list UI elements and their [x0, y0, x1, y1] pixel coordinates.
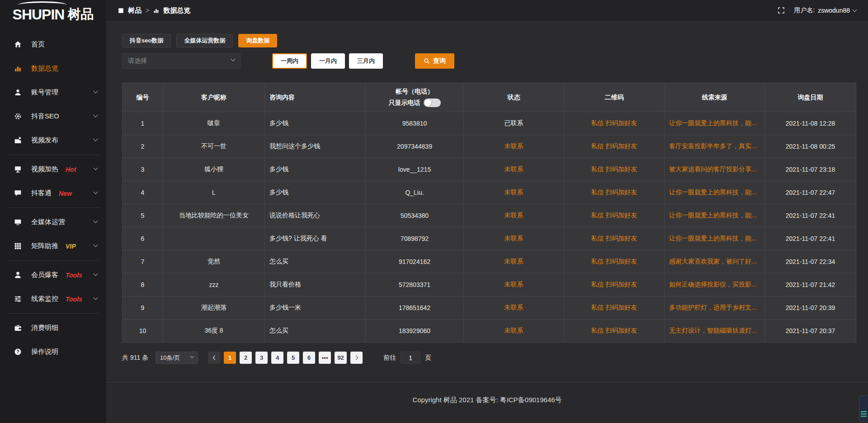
filter-select[interactable]: 请选择	[122, 53, 241, 69]
phone-only-toggle[interactable]	[424, 99, 441, 107]
breadcrumb-root[interactable]: 树品	[128, 6, 142, 15]
cell-nickname: zzz	[163, 273, 265, 296]
chevron-down-icon	[94, 190, 98, 194]
goto-page-input[interactable]	[401, 352, 420, 364]
chat-icon	[14, 189, 22, 197]
cell-source-link[interactable]: 客厅安装投影半年多了，真实...	[665, 135, 765, 158]
cell-nickname: 觉然	[163, 250, 265, 273]
chevron-down-icon	[94, 89, 98, 94]
sidebar-menu-item[interactable]: 视频发布	[0, 128, 106, 152]
cell-source-link[interactable]: 让你一眼就爱上的黑科技，能...	[665, 181, 765, 204]
cell-source-link[interactable]: 感谢大家喜欢我家，被问了好...	[665, 250, 765, 273]
cell-source-link[interactable]: 让你一眼就爱上的黑科技，能...	[665, 227, 765, 250]
range-button[interactable]: 三月内	[349, 53, 383, 69]
cell-source-link[interactable]: 多功能护栏灯，适用于乡村文...	[665, 296, 765, 320]
sidebar-item-label: 全媒体运营	[31, 218, 65, 226]
table-row: 9 潮起潮落 多少钱一米 178651642 未联系 私信 扫码加好友 多功能护…	[123, 296, 856, 320]
cell-status: 未联系	[464, 181, 564, 204]
floating-widget[interactable]	[859, 395, 868, 422]
page-size-select[interactable]: 10条/页	[156, 352, 198, 364]
cell-qrcode-link[interactable]: 私信 扫码加好友	[564, 273, 665, 296]
page-button[interactable]: 2	[240, 352, 252, 364]
sidebar-item-label: 首页	[31, 40, 45, 49]
cell-id: 8	[123, 273, 163, 296]
chevron-down-icon	[94, 137, 98, 141]
next-page-button[interactable]	[350, 352, 363, 364]
sidebar-item-label: 会员爆客	[31, 271, 58, 279]
data-tab[interactable]: 抖音seo数据	[122, 34, 171, 47]
cell-status: 未联系	[464, 204, 564, 227]
sidebar-item-label: 消费明细	[31, 324, 58, 332]
user-dropdown[interactable]: 用户名: zswodun88	[794, 6, 856, 14]
inquiry-table: 编号 客户昵称 咨询内容 帐号（电话） 只显示电话 状态 二维码 线索来源	[122, 83, 856, 343]
sidebar-menu-item[interactable]: 线索监控 Tools	[0, 287, 106, 311]
cell-id: 10	[123, 320, 163, 343]
cell-source-link[interactable]: 被大家追着问的客厅投影分享...	[665, 158, 765, 181]
sidebar-menu-item[interactable]: ? 操作说明	[0, 340, 106, 364]
page-button[interactable]: 92	[335, 352, 347, 364]
sidebar-menu-item[interactable]: 数据总览	[0, 56, 106, 80]
cell-qrcode-link[interactable]: 私信 扫码加好友	[564, 204, 665, 227]
cell-nickname: 潮起潮落	[163, 296, 265, 320]
sidebar-menu-item[interactable]: 视频加热 Hot	[0, 157, 106, 181]
page-button[interactable]: 3	[255, 352, 268, 364]
cell-id: 6	[123, 227, 163, 250]
cell-content: 多少钱? 让我死心 看	[265, 227, 366, 250]
cell-qrcode-link[interactable]: 私信 扫码加好友	[564, 112, 665, 135]
goto-page: 前往 页	[383, 352, 431, 364]
column-header-qrcode: 二维码	[564, 83, 665, 112]
page-buttons: 1 2 3 4 5 6 ••• 92	[222, 352, 349, 364]
chevron-down-icon	[190, 354, 194, 357]
filter-bar: 请选择 一周内 一月内 三月内 查询	[122, 53, 856, 69]
sidebar-menu-item[interactable]: 账号管理	[0, 80, 106, 104]
prev-page-button[interactable]	[208, 352, 220, 364]
cell-qrcode-link[interactable]: 私信 扫码加好友	[564, 296, 665, 320]
sidebar-menu-item[interactable]: 抖客通 New	[0, 181, 106, 205]
page-button[interactable]: 4	[271, 352, 283, 364]
cell-qrcode-link[interactable]: 私信 扫码加好友	[564, 320, 665, 343]
cell-source-link[interactable]: 让你一眼就爱上的黑科技，能...	[665, 112, 765, 135]
bar-chart-icon	[153, 8, 159, 14]
chevron-down-icon	[94, 243, 98, 247]
cell-qrcode-link[interactable]: 私信 扫码加好友	[564, 181, 665, 204]
bar-chart-icon	[14, 65, 22, 73]
range-button[interactable]: 一周内	[272, 53, 307, 69]
cell-account: 183929060	[366, 320, 464, 343]
screen-icon	[14, 165, 22, 174]
logo[interactable]: SHUPIN 树品	[0, 0, 106, 29]
cell-source-link[interactable]: 无主灯设计，智能磁吸轨道灯...	[665, 320, 765, 343]
person-icon	[14, 271, 22, 279]
chevron-down-icon	[94, 296, 98, 300]
cell-nickname: 不可一世	[163, 135, 265, 158]
chevron-down-icon	[94, 219, 98, 223]
data-tab[interactable]: 询盘数据	[238, 34, 277, 47]
cell-qrcode-link[interactable]: 私信 扫码加好友	[564, 227, 665, 250]
sidebar-menu-item[interactable]: 全媒体运营	[0, 210, 106, 234]
page-button[interactable]: •••	[319, 352, 331, 364]
cell-source-link[interactable]: 如何正确选择投影仪，买投影...	[665, 273, 765, 296]
sidebar-menu-item[interactable]: 矩阵助推 VIP	[0, 234, 106, 258]
range-button[interactable]: 一月内	[311, 53, 345, 69]
column-header-nickname: 客户昵称	[163, 83, 265, 112]
page-button[interactable]: 1	[224, 352, 236, 364]
cell-nickname: 当地比较能吃的一位美女	[163, 204, 265, 227]
cell-date: 2021-11-07 22:47	[765, 181, 856, 204]
phone-toggle-row: 只显示电话	[366, 99, 463, 107]
footer: Copyright 树品 2021 备案号: 粤ICP备09019646号	[106, 382, 868, 423]
query-button[interactable]: 查询	[415, 53, 454, 69]
page-button[interactable]: 5	[287, 352, 299, 364]
wallet-icon	[14, 324, 22, 332]
data-tab[interactable]: 全媒体运营数据	[176, 34, 233, 47]
sidebar-menu-item[interactable]: 会员爆客 Tools	[0, 263, 106, 287]
page-button[interactable]: 6	[303, 352, 315, 364]
sidebar-menu-item[interactable]: 首页	[0, 33, 106, 56]
cell-qrcode-link[interactable]: 私信 扫码加好友	[564, 250, 665, 273]
cell-qrcode-link[interactable]: 私信 扫码加好友	[564, 158, 665, 181]
cell-qrcode-link[interactable]: 私信 扫码加好友	[564, 135, 665, 158]
user-icon	[14, 89, 22, 97]
sidebar-menu-item[interactable]: 抖音SEO	[0, 104, 106, 128]
cell-status: 未联系	[464, 320, 564, 343]
cell-source-link[interactable]: 让你一眼就爱上的黑科技，能...	[665, 204, 765, 227]
fullscreen-icon[interactable]	[778, 7, 785, 14]
sidebar-menu-item[interactable]: 消费明细	[0, 316, 106, 340]
